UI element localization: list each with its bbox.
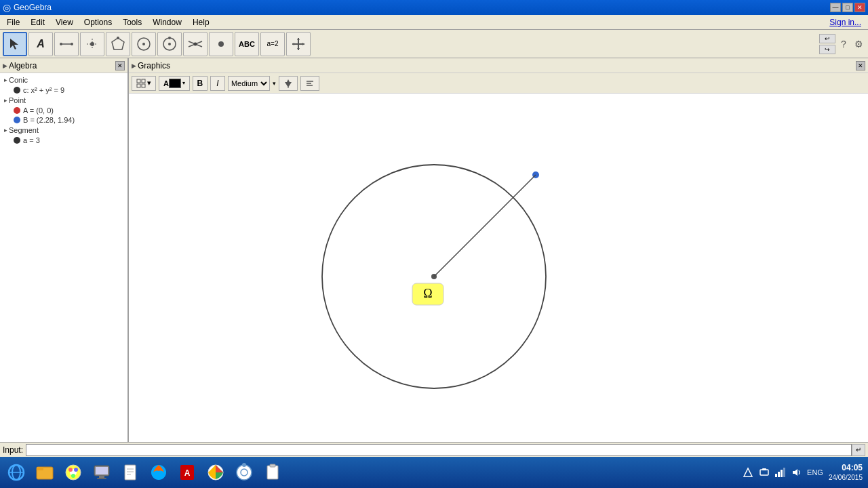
taskbar-right: ENG 04:05 24/06/2015: [743, 463, 865, 483]
polygon-tool-button[interactable]: [106, 32, 130, 56]
taskbar-explorer-icon[interactable]: [31, 459, 58, 486]
taskbar-firefox-icon[interactable]: [145, 459, 172, 486]
menu-window[interactable]: Window: [147, 16, 187, 28]
graphics-view-button[interactable]: ▾: [132, 76, 156, 91]
svg-point-50: [242, 463, 246, 467]
menubar: File Edit View Options Tools Window Help…: [0, 15, 868, 30]
conic-category: ▸ Conic: [3, 75, 125, 85]
system-clock: 04:05 24/06/2015: [829, 463, 863, 483]
input-field[interactable]: [26, 444, 852, 456]
align-button[interactable]: [300, 76, 319, 91]
italic-button[interactable]: I: [210, 76, 225, 91]
svg-point-12: [168, 37, 171, 39]
taskbar-paint-icon[interactable]: [60, 459, 87, 486]
svg-rect-53: [760, 470, 768, 475]
menu-edit[interactable]: Edit: [25, 16, 50, 28]
slider-tool-button[interactable]: a=2: [260, 32, 285, 56]
algebra-expand-arrow[interactable]: ▶: [3, 62, 7, 69]
menu-help[interactable]: Help: [187, 16, 215, 28]
maximize-button[interactable]: □: [842, 3, 853, 12]
conic-expand[interactable]: ▸: [4, 77, 7, 83]
algebra-panel-close[interactable]: ✕: [115, 61, 125, 70]
taskbar-chrome-icon[interactable]: [202, 459, 229, 486]
language-indicator: ENG: [807, 468, 823, 476]
graphics-expand-arrow[interactable]: ▶: [132, 62, 136, 69]
algebra-header: ▶ Algebra ✕: [0, 58, 127, 73]
point-tool-button[interactable]: [80, 32, 104, 56]
input-label: Input:: [3, 445, 23, 455]
size-dropdown-arrow: ▾: [273, 80, 276, 87]
segment-expand[interactable]: ▸: [4, 127, 7, 134]
graphics-panel-title: ▶ Graphics: [132, 61, 170, 70]
titlebar-controls: — □ ✕: [830, 3, 865, 12]
move-graphics-tool-button[interactable]: [286, 32, 311, 56]
menu-view[interactable]: View: [50, 16, 79, 28]
graphics-view-dropdown-arrow: ▾: [147, 79, 151, 87]
svg-point-7: [117, 37, 119, 39]
color-picker-button[interactable]: A ▾: [159, 76, 190, 91]
close-button[interactable]: ✕: [854, 3, 865, 12]
toolbar: A ABC a=2 ↩ ↪ ? ⚙: [0, 30, 868, 58]
main-area: ▶ Algebra ✕ ▸ Conic c: x² + y² = 9 ▸ Poi…: [0, 58, 868, 442]
line-tool-button[interactable]: [54, 32, 79, 56]
omega-text: Ω: [423, 287, 432, 300]
taskbar-computer-icon[interactable]: [88, 459, 115, 486]
svg-point-34: [71, 474, 75, 478]
taskbar-clipboard-icon[interactable]: [259, 459, 286, 486]
svg-rect-17: [137, 79, 140, 83]
volume-icon: [791, 467, 802, 478]
point-item-B[interactable]: B = (2.28, 1.94): [3, 115, 125, 125]
color-label: A: [163, 79, 169, 87]
segment-item-a[interactable]: a = 3: [3, 136, 125, 145]
app-icon: ◎: [3, 2, 11, 13]
conic-dot: [14, 87, 20, 94]
signin-link[interactable]: Sign in...: [824, 16, 867, 28]
graphics-toolbar: ▾ A ▾ B I Small Medium Large ▾: [129, 73, 868, 94]
signal-icon: [775, 468, 785, 477]
label-tool-button[interactable]: ABC: [235, 32, 259, 56]
svg-rect-19: [137, 84, 140, 87]
titlebar-left: ◎ GeoGebra: [3, 2, 52, 13]
help-button[interactable]: ?: [837, 37, 850, 51]
graphics-canvas[interactable]: Ω: [129, 94, 868, 442]
menu-options[interactable]: Options: [79, 16, 117, 28]
taskbar-acrobat-icon[interactable]: A: [174, 459, 201, 486]
point-expand[interactable]: ▸: [4, 97, 7, 104]
canvas-svg: Ω: [129, 94, 868, 442]
redo-button[interactable]: ↪: [819, 45, 835, 54]
taskbar-ie-icon[interactable]: [3, 459, 30, 486]
menu-tools[interactable]: Tools: [117, 16, 147, 28]
select-tool-button[interactable]: [3, 32, 27, 56]
svg-rect-39: [125, 465, 136, 480]
svg-point-48: [237, 465, 252, 480]
svg-point-11: [168, 43, 171, 45]
graphics-panel-close[interactable]: ✕: [856, 61, 865, 70]
font-size-select[interactable]: Small Medium Large: [228, 76, 270, 91]
algebra-panel: ▶ Algebra ✕ ▸ Conic c: x² + y² = 9 ▸ Poi…: [0, 58, 129, 442]
graphics-panel: ▶ Graphics ✕ ▾ A ▾ B I Small: [129, 58, 868, 442]
menu-file[interactable]: File: [1, 16, 25, 28]
pin-button[interactable]: [279, 76, 298, 91]
undo-button[interactable]: ↩: [819, 34, 835, 43]
input-submit-button[interactable]: ↵: [852, 444, 865, 456]
circle2-tool-button[interactable]: [157, 32, 182, 56]
conic-item-c[interactable]: c: x² + y² = 9: [3, 85, 125, 95]
taskbar-geogebra-icon[interactable]: [231, 459, 258, 486]
segment-category: ▸ Segment: [3, 125, 125, 136]
point-item-A[interactable]: A = (0, 0): [3, 106, 125, 115]
svg-rect-52: [270, 464, 275, 467]
text-tool-button[interactable]: A: [28, 32, 53, 56]
svg-point-32: [68, 468, 73, 472]
svg-rect-36: [96, 467, 108, 474]
settings-button[interactable]: ⚙: [852, 37, 865, 51]
bold-button[interactable]: B: [193, 76, 208, 91]
minimize-button[interactable]: —: [830, 3, 841, 12]
point2-tool-button[interactable]: [209, 32, 233, 56]
intersect-tool-button[interactable]: [183, 32, 208, 56]
svg-point-33: [74, 468, 78, 472]
circle-tool-button[interactable]: [132, 32, 156, 56]
taskbar-docs-icon[interactable]: [117, 459, 144, 486]
algebra-content: ▸ Conic c: x² + y² = 9 ▸ Point A = (0, 0…: [0, 73, 127, 146]
svg-rect-18: [142, 79, 145, 83]
algebra-panel-title: ▶ Algebra: [3, 61, 37, 70]
